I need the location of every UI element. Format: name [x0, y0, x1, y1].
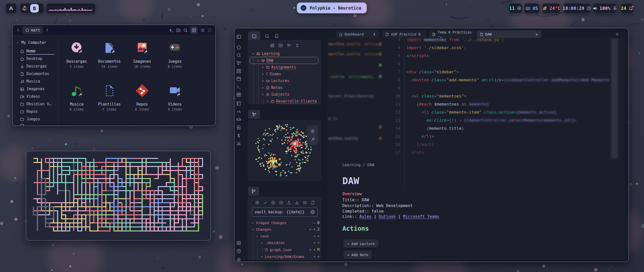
note-link-microsoft-teams[interactable]: Microsoft Teams: [403, 214, 439, 219]
git-row-action[interactable]: ↶: [309, 227, 311, 232]
ribbon-home-button[interactable]: [236, 44, 242, 50]
clock-module[interactable]: 18:08:28: [563, 3, 591, 14]
sidebar-item-desktop[interactable]: Desktop: [20, 55, 58, 63]
note-breadcrumb[interactable]: Learning / DAW: [342, 163, 374, 167]
sidebar-item-repos[interactable]: Repos: [20, 108, 58, 116]
ribbon-gamepad-button[interactable]: [236, 117, 242, 122]
ribbon-search-button[interactable]: [236, 52, 242, 58]
note-link-outlook[interactable]: Outlook: [379, 214, 396, 219]
folder-descargas[interactable]: Descargas 2 items: [60, 38, 93, 75]
folder-repos[interactable]: Repos 6 items: [126, 80, 158, 118]
ribbon-code-button[interactable]: <%: [236, 109, 242, 114]
tab-git[interactable]: [248, 187, 259, 196]
tab-file-explorer[interactable]: [248, 31, 260, 41]
tree-item-daw[interactable]: DAW: [248, 57, 319, 64]
tab-graph-view[interactable]: [248, 110, 260, 119]
ribbon-graph-button[interactable]: [236, 60, 242, 66]
search-button[interactable]: [183, 28, 188, 32]
tab-search-panel[interactable]: [265, 33, 269, 39]
ribbon-panel-left-button[interactable]: [236, 34, 242, 40]
note-link-aules[interactable]: Aules: [359, 214, 371, 219]
weather-module[interactable]: 24°C: [542, 3, 560, 14]
sidebar-item-documentos[interactable]: Documentos: [20, 70, 58, 78]
dots9-button[interactable]: [207, 28, 212, 32]
tree-item-notes[interactable]: Notes: [248, 84, 319, 91]
sidebar-item-musica[interactable]: Musica: [20, 78, 58, 85]
ribbon-table-button[interactable]: [236, 92, 242, 97]
keyboard-layout-module[interactable]: US: [524, 3, 540, 14]
tab-dashboard[interactable]: Dashboard: [336, 30, 379, 38]
ribbon-terminal-button[interactable]: [236, 84, 242, 90]
ribbon-help-button[interactable]: [236, 248, 242, 254]
launcher-button[interactable]: [5, 3, 17, 14]
git-row-action[interactable]: +: [317, 254, 319, 259]
tree-item-learning[interactable]: Learning: [248, 50, 319, 57]
sidebar-item-partial[interactable]: [20, 124, 58, 126]
git-row-changes[interactable]: Changes↶+2: [248, 226, 319, 233]
breadcrumb[interactable]: matt: [22, 26, 43, 34]
active-app-document[interactable]: [30, 4, 39, 13]
action-button--add-note[interactable]: + Add Note: [343, 251, 372, 259]
close-tab-button[interactable]: [535, 32, 538, 36]
ribbon-dollar-button[interactable]: [236, 133, 242, 139]
sidebar-item-imagenes[interactable]: Imagenes: [20, 85, 58, 93]
sidebar-item-obsidian-v-[interactable]: Obsidian V…: [20, 100, 58, 108]
tree-item-assignments[interactable]: Assignments: [248, 64, 319, 71]
folder-imagenes[interactable]: Imagenes 10 items: [126, 38, 158, 75]
graph-filter-button[interactable]: [310, 137, 315, 142]
git-row-graph-json[interactable]: graph.json↶+M: [248, 247, 319, 253]
scrollbar-ghost[interactable]: [611, 38, 618, 158]
forward-button[interactable]: [45, 28, 49, 32]
git-row-action[interactable]: ↶: [313, 241, 315, 245]
tab-tema-6-pr-cticas-[interactable]: Tema 6 Prácticas -…: [429, 30, 475, 38]
updates-module[interactable]: 11: [509, 3, 522, 14]
ribbon-vault-button[interactable]: [236, 240, 242, 246]
sidebar-section[interactable]: My Computer: [16, 39, 58, 46]
tab-bookmarks[interactable]: [274, 33, 279, 39]
folder-musica[interactable]: Musica 6 items: [60, 80, 93, 118]
folder-juegos[interactable]: Juegos 8 items: [158, 38, 191, 75]
git-row-learning-daw-exams[interactable]: Learning/DAW/Exams↶+: [248, 253, 319, 260]
folderp-button[interactable]: [176, 28, 181, 32]
back-button[interactable]: [16, 28, 20, 32]
git-row-action[interactable]: ↶: [313, 254, 315, 259]
folder-videos[interactable]: Videos 4 items: [158, 80, 191, 118]
ribbon-filesearch-button[interactable]: [236, 125, 242, 130]
sidebar-item-home[interactable]: Home: [20, 48, 58, 55]
git-row-root[interactable]: root↶+: [248, 233, 319, 240]
tree-item-subjects[interactable]: Subjects: [248, 91, 319, 98]
volume-module[interactable]: 100%: [593, 3, 617, 14]
git-row--obsidian[interactable]: .obsidian↶+: [248, 240, 319, 246]
folder-plantillas[interactable]: Plantillas 7 items: [93, 80, 126, 118]
tree-item-desarrollo-cliente[interactable]: Desarrollo-Cliente: [248, 98, 319, 105]
ribbon-swords-button[interactable]: [236, 141, 242, 146]
folder-documentos[interactable]: Documentos 14 items: [93, 38, 126, 75]
git-row-action[interactable]: ↶: [309, 248, 311, 252]
ribbon-grid-button[interactable]: [236, 68, 242, 74]
git-row-staged-changes[interactable]: Staged Changes—0: [248, 220, 319, 226]
git-row-action[interactable]: 2: [317, 227, 319, 232]
git-row-action[interactable]: M: [317, 248, 319, 252]
sidebar-item-descargas[interactable]: Descargas: [20, 63, 58, 70]
git-row-action[interactable]: +: [313, 227, 315, 232]
notifications-module[interactable]: 24: [620, 3, 634, 14]
new-tab-button[interactable]: [615, 31, 619, 37]
tree-item-exams[interactable]: !Exams: [248, 71, 319, 77]
sidebar-item-videos[interactable]: Videos: [20, 93, 58, 100]
listview-button[interactable]: [200, 28, 205, 32]
tab-asp-practice-6[interactable]: ASP Practice 6: [382, 30, 426, 38]
firefox-icon[interactable]: [22, 5, 28, 11]
graph-settings-button[interactable]: [310, 128, 315, 133]
ribbon-gear-button[interactable]: [236, 257, 242, 262]
ribbon-calendar-button[interactable]: [236, 76, 242, 82]
media-widget[interactable]: Polyphia - Neurotica: [297, 3, 367, 13]
git-row-action[interactable]: 0: [317, 221, 319, 225]
sidebar-item-juegos[interactable]: Juegos: [20, 116, 58, 123]
git-row-action[interactable]: —: [313, 221, 315, 225]
git-row-action[interactable]: ↶: [313, 234, 315, 239]
git-row-action[interactable]: +: [313, 248, 315, 252]
grid-button[interactable]: [190, 26, 198, 34]
tree-item-lectures[interactable]: Lectures: [248, 78, 319, 84]
action-button--add-lecture[interactable]: + Add Lecture: [343, 240, 379, 248]
git-row-action[interactable]: +: [317, 241, 319, 245]
